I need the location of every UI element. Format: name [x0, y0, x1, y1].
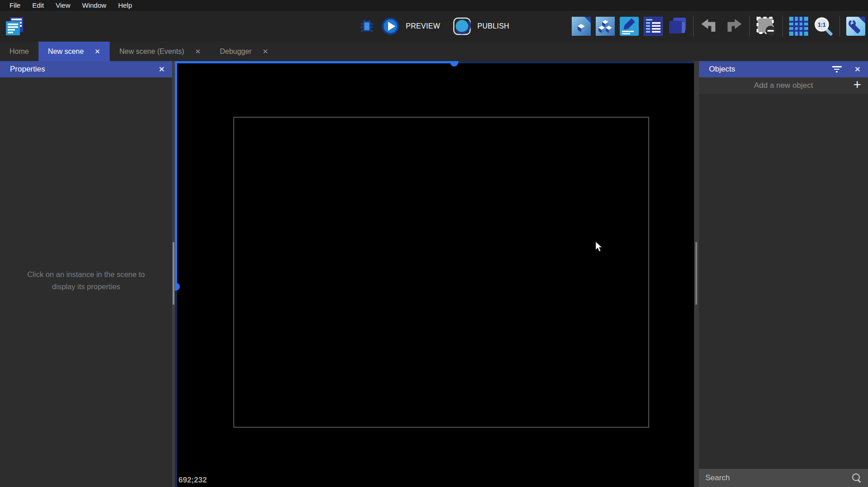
- tab-new-scene-events[interactable]: New scene (Events) ✕: [110, 42, 210, 61]
- redo-icon[interactable]: [724, 18, 743, 34]
- resize-grip[interactable]: [173, 242, 174, 305]
- open-instances-list-icon[interactable]: [668, 17, 687, 36]
- tab-label: Debugger: [220, 48, 251, 56]
- filter-icon[interactable]: [832, 66, 842, 72]
- tab-home[interactable]: Home: [0, 42, 39, 61]
- open-scene-properties-icon[interactable]: [620, 17, 639, 36]
- scrollbar-thumb[interactable]: [175, 283, 180, 291]
- editor-content: Properties ✕ Click on an instance in the…: [0, 61, 868, 487]
- panel-resize-handle-right[interactable]: [694, 61, 699, 487]
- add-object-label: Add a new object: [699, 81, 868, 90]
- objects-panel: Objects ✕ Add a new object +: [699, 61, 868, 487]
- mouse-cursor: [595, 241, 605, 254]
- zoom-1-1-icon[interactable]: 1:1: [813, 16, 833, 36]
- tab-close-icon[interactable]: ✕: [195, 48, 201, 55]
- canvas-vertical-scrollbar[interactable]: [175, 61, 177, 487]
- tab-close-icon[interactable]: ✕: [262, 48, 268, 55]
- undo-icon[interactable]: [700, 18, 719, 34]
- menu-help[interactable]: Help: [112, 0, 138, 11]
- publish-button[interactable]: PUBLISH: [477, 22, 510, 30]
- scene-window-bounds: [233, 117, 649, 428]
- scene-settings-icon[interactable]: [846, 17, 865, 36]
- close-icon[interactable]: ✕: [159, 66, 165, 73]
- objects-search-bar: [699, 469, 868, 487]
- properties-empty-hint: Click on an instance in the scene to dis…: [0, 268, 172, 292]
- menu-window[interactable]: Window: [76, 0, 112, 11]
- preview-button[interactable]: PREVIEW: [406, 22, 440, 30]
- menu-edit[interactable]: Edit: [26, 0, 50, 11]
- tab-label: New scene: [48, 48, 84, 56]
- toolbar-separator: [839, 16, 840, 37]
- svg-text:1:1: 1:1: [818, 22, 826, 28]
- cursor-coordinates: 692;232: [178, 476, 207, 485]
- add-new-object-button[interactable]: Add a new object +: [699, 77, 868, 94]
- search-input[interactable]: [705, 473, 848, 482]
- preview-play-icon[interactable]: [381, 17, 400, 35]
- scrollbar-fill: [175, 61, 458, 63]
- main-toolbar: PREVIEW PUBLISH: [0, 11, 868, 42]
- selection-mask-icon[interactable]: [756, 16, 776, 36]
- close-icon[interactable]: ✕: [854, 66, 861, 73]
- open-objects-editor-icon[interactable]: [572, 17, 591, 36]
- canvas-horizontal-scrollbar[interactable]: [175, 61, 694, 63]
- tab-debugger[interactable]: Debugger ✕: [210, 42, 278, 61]
- app-logo-icon: [4, 16, 24, 38]
- toolbar-separator: [782, 16, 783, 37]
- toolbar-right-group: 1:1: [572, 11, 865, 42]
- resize-grip[interactable]: [695, 242, 697, 305]
- debug-bug-icon[interactable]: [359, 18, 375, 34]
- properties-panel: Properties ✕ Click on an instance in the…: [0, 61, 172, 487]
- scrollbar-thumb[interactable]: [450, 61, 458, 67]
- plus-icon[interactable]: +: [853, 78, 861, 91]
- tab-close-icon[interactable]: ✕: [95, 48, 101, 55]
- objects-panel-header: Objects ✕: [699, 61, 868, 77]
- toolbar-center-group: PREVIEW PUBLISH: [359, 11, 509, 42]
- publish-globe-icon[interactable]: [453, 17, 471, 35]
- editor-tab-bar: Home New scene ✕ New scene (Events) ✕ De…: [0, 42, 868, 61]
- scene-canvas[interactable]: 692;232: [175, 61, 694, 487]
- open-layers-list-icon[interactable]: [644, 17, 663, 36]
- menu-view[interactable]: View: [50, 0, 76, 11]
- properties-panel-title: Properties: [10, 65, 45, 74]
- open-object-groups-editor-icon[interactable]: [596, 17, 615, 36]
- properties-hint-text: Click on an instance in the scene to dis…: [15, 268, 157, 292]
- scrollbar-fill: [175, 61, 177, 287]
- menu-bar: File Edit View Window Help: [0, 0, 868, 11]
- properties-panel-header: Properties ✕: [0, 61, 172, 77]
- tab-label: Home: [10, 48, 29, 56]
- tab-new-scene[interactable]: New scene ✕: [39, 42, 110, 61]
- tab-label: New scene (Events): [119, 48, 184, 56]
- grid-icon[interactable]: [789, 17, 808, 36]
- search-icon[interactable]: [852, 473, 862, 483]
- toolbar-separator: [693, 16, 694, 37]
- objects-panel-title: Objects: [709, 65, 735, 74]
- menu-file[interactable]: File: [4, 0, 26, 11]
- toolbar-separator: [749, 16, 750, 37]
